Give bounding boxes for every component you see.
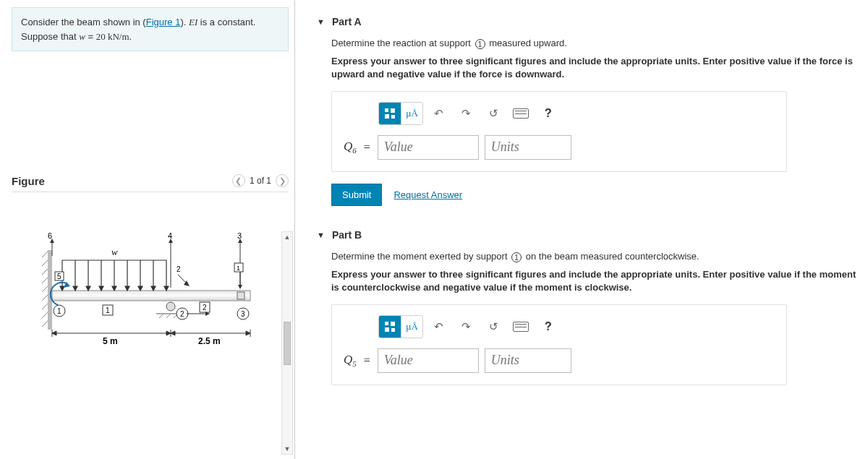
- svg-text:w: w: [111, 246, 118, 257]
- part-b-var: Q5: [344, 353, 357, 368]
- svg-text:1: 1: [57, 307, 61, 315]
- part-b-units-input[interactable]: [485, 348, 571, 373]
- svg-text:1: 1: [106, 306, 110, 314]
- part-a-units-input[interactable]: [485, 135, 571, 160]
- keyboard-icon: [513, 108, 529, 119]
- svg-point-11: [166, 302, 175, 311]
- svg-text:5: 5: [57, 273, 61, 280]
- svg-marker-76: [171, 331, 175, 335]
- part-a-answer-box: µÅ ↶ ↷ ↺ ? Q6 =: [331, 91, 787, 172]
- part-b-value-input[interactable]: [378, 348, 479, 373]
- svg-line-9: [42, 321, 48, 327]
- svg-rect-81: [391, 108, 395, 113]
- svg-rect-83: [391, 115, 395, 119]
- figure-pager: 1 of 1: [250, 176, 271, 186]
- undo-button[interactable]: ↶: [426, 103, 451, 124]
- svg-marker-20: [73, 286, 77, 291]
- template-button[interactable]: [379, 103, 401, 124]
- equals-sign: =: [362, 354, 372, 367]
- part-a-request-answer-link[interactable]: Request Answer: [393, 189, 462, 200]
- part-b-title: Part B: [332, 229, 362, 241]
- caret-down-icon: ▼: [317, 17, 325, 26]
- svg-text:1: 1: [237, 265, 240, 272]
- problem-text: Consider the beam shown in (: [21, 17, 146, 27]
- reset-button[interactable]: ↺: [481, 103, 506, 124]
- undo-button[interactable]: ↶: [426, 316, 451, 338]
- svg-text:2: 2: [203, 304, 207, 312]
- svg-marker-63: [238, 285, 242, 289]
- svg-rect-10: [52, 291, 250, 301]
- svg-rect-80: [385, 108, 388, 112]
- part-a-title: Part A: [332, 16, 362, 27]
- svg-rect-87: [391, 328, 395, 332]
- svg-marker-26: [112, 286, 116, 291]
- svg-marker-18: [60, 286, 64, 291]
- scroll-up-icon[interactable]: ▲: [283, 232, 292, 242]
- figure-next-button[interactable]: ❯: [276, 174, 289, 187]
- svg-line-1: [42, 252, 48, 257]
- part-b-instructions: Express your answer to three significant…: [331, 268, 861, 294]
- svg-marker-73: [52, 331, 56, 335]
- svg-rect-85: [391, 322, 395, 326]
- svg-rect-86: [385, 327, 389, 332]
- part-a-instructions: Express your answer to three significant…: [331, 55, 861, 81]
- figure-link[interactable]: Figure 1: [146, 17, 181, 27]
- keyboard-icon: [513, 322, 529, 332]
- svg-line-3: [42, 269, 48, 275]
- left-scrollbar[interactable]: ▲ ▼: [281, 231, 293, 455]
- help-button[interactable]: ?: [536, 103, 561, 124]
- svg-text:5 m: 5 m: [103, 336, 118, 346]
- help-button[interactable]: ?: [536, 316, 561, 338]
- svg-text:2.5 m: 2.5 m: [198, 336, 221, 346]
- svg-line-5: [42, 286, 48, 292]
- svg-rect-84: [385, 322, 388, 325]
- part-a-value-input[interactable]: [378, 135, 479, 160]
- svg-marker-28: [125, 286, 129, 291]
- part-a-prompt: Determine the reaction at support 1 meas…: [331, 38, 861, 49]
- svg-rect-82: [385, 114, 389, 119]
- svg-line-2: [42, 260, 48, 266]
- svg-marker-34: [164, 286, 169, 291]
- figure-image: w 6 4 3 5 1: [12, 192, 289, 375]
- part-a-var: Q6: [344, 140, 357, 155]
- svg-marker-30: [138, 286, 142, 291]
- keyboard-button[interactable]: [509, 103, 533, 124]
- keyboard-button[interactable]: [509, 316, 533, 338]
- svg-line-13: [159, 314, 163, 318]
- part-b-answer-box: µÅ ↶ ↷ ↺ ? Q5 =: [331, 304, 787, 385]
- svg-marker-22: [86, 286, 90, 291]
- problem-statement: Consider the beam shown in (Figure 1). E…: [12, 7, 289, 51]
- redo-button[interactable]: ↷: [454, 103, 478, 124]
- svg-rect-66: [237, 292, 244, 299]
- figure-title: Figure: [12, 175, 45, 187]
- caret-down-icon: ▼: [317, 231, 325, 239]
- svg-text:3: 3: [241, 310, 245, 318]
- svg-text:3: 3: [237, 231, 242, 240]
- svg-line-4: [42, 278, 48, 283]
- figure-prev-button[interactable]: ❮: [232, 174, 245, 187]
- svg-line-7: [42, 304, 48, 309]
- svg-line-6: [42, 295, 48, 301]
- svg-text:4: 4: [168, 231, 172, 240]
- svg-text:6: 6: [48, 231, 52, 240]
- scroll-thumb[interactable]: [284, 322, 291, 365]
- part-a-submit-button[interactable]: Submit: [331, 184, 382, 206]
- svg-marker-24: [99, 286, 103, 291]
- svg-line-8: [42, 312, 48, 318]
- units-button[interactable]: µÅ: [401, 316, 422, 338]
- part-b-prompt: Determine the moment exerted by support …: [331, 251, 861, 262]
- template-button[interactable]: [379, 316, 401, 338]
- svg-line-14: [166, 314, 171, 318]
- equals-sign: =: [362, 141, 372, 154]
- svg-text:2: 2: [180, 310, 184, 318]
- redo-button[interactable]: ↷: [454, 316, 478, 338]
- part-b-header[interactable]: ▼ Part B: [317, 220, 861, 251]
- reset-button[interactable]: ↺: [481, 316, 506, 338]
- svg-marker-32: [151, 286, 156, 291]
- svg-marker-77: [246, 331, 250, 335]
- units-button[interactable]: µÅ: [401, 103, 422, 124]
- part-a-header[interactable]: ▼ Part A: [317, 7, 861, 38]
- scroll-down-icon[interactable]: ▼: [283, 444, 292, 454]
- svg-text:2: 2: [176, 265, 181, 273]
